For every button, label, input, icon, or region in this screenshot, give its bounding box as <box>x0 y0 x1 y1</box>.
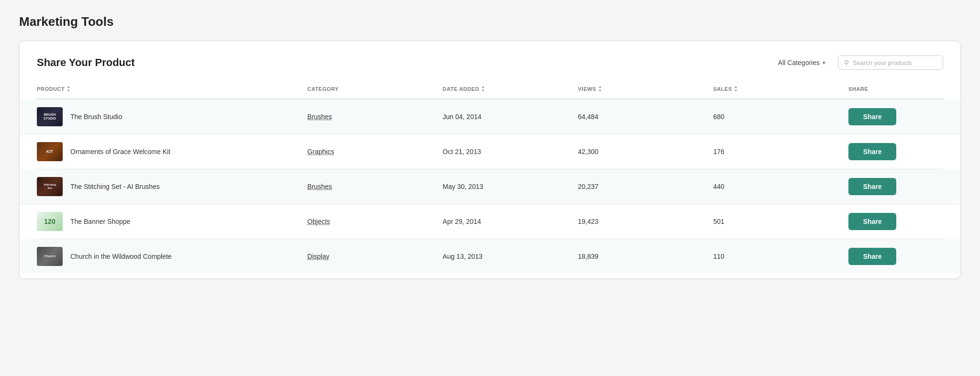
table-row: 120 The Banner Shoppe Objects Apr 29, 20… <box>37 204 943 239</box>
product-views: 20,237 <box>578 183 713 190</box>
share-cell: Share <box>848 143 943 160</box>
table-row: StitchingSet The Stitching Set - AI Brus… <box>20 169 960 204</box>
product-date-added: Apr 29, 2014 <box>443 218 578 225</box>
product-date-added: Oct 21, 2013 <box>443 148 578 155</box>
product-name: Church in the Wildwood Complete <box>70 253 172 260</box>
product-category: Objects <box>307 218 443 225</box>
product-name: Ornaments of Grace Welcome Kit <box>70 148 170 155</box>
product-cell: BRUSHSTUDIO The Brush Studio <box>37 107 307 126</box>
sort-arrows-date: ▲▼ <box>481 85 485 93</box>
share-button[interactable]: Share <box>848 248 896 265</box>
category-label: All Categories <box>778 59 820 66</box>
search-icon: ⚲ <box>844 59 849 66</box>
table-body: BRUSHSTUDIO The Brush Studio Brushes Jun… <box>37 100 943 274</box>
product-category: Graphics <box>307 148 443 155</box>
table-row: BRUSHSTUDIO The Brush Studio Brushes Jun… <box>20 100 960 134</box>
product-category: Brushes <box>307 113 443 121</box>
product-sales: 501 <box>713 218 848 225</box>
product-date-added: Jun 04, 2014 <box>443 113 578 121</box>
product-thumbnail: 120 <box>37 212 63 231</box>
card-header: Share Your Product All Categories ▾ ⚲ <box>37 55 943 70</box>
table-row: Church Church in the Wildwood Complete D… <box>20 239 960 274</box>
product-views: 18,839 <box>578 253 713 260</box>
search-input[interactable] <box>853 59 937 66</box>
sort-arrows-views: ▲▼ <box>598 85 602 93</box>
product-name: The Brush Studio <box>70 113 122 121</box>
product-cell: StitchingSet The Stitching Set - AI Brus… <box>37 177 307 196</box>
col-header-date[interactable]: DATE ADDED ▲▼ <box>443 85 578 93</box>
product-thumbnail: KIT <box>37 142 63 161</box>
product-date-added: Aug 13, 2013 <box>443 253 578 260</box>
share-cell: Share <box>848 178 943 195</box>
product-cell: KIT Ornaments of Grace Welcome Kit <box>37 142 307 161</box>
product-cell: 120 The Banner Shoppe <box>37 212 307 231</box>
product-date-added: May 30, 2013 <box>443 183 578 190</box>
product-category: Brushes <box>307 183 443 190</box>
product-category: Display <box>307 253 443 260</box>
table-row: KIT Ornaments of Grace Welcome Kit Graph… <box>37 134 943 169</box>
share-button[interactable]: Share <box>848 143 896 160</box>
product-name: The Stitching Set - AI Brushes <box>70 183 160 190</box>
page-title: Marketing Tools <box>19 14 961 29</box>
col-header-product[interactable]: PRODUCT ▲▼ <box>37 85 307 93</box>
share-cell: Share <box>848 248 943 265</box>
sort-arrows-product: ▲▼ <box>67 85 70 93</box>
share-cell: Share <box>848 108 943 125</box>
chevron-down-icon: ▾ <box>823 60 825 66</box>
product-thumbnail: Church <box>37 247 63 266</box>
product-sales: 176 <box>713 148 848 155</box>
share-button[interactable]: Share <box>848 108 896 125</box>
product-sales: 680 <box>713 113 848 121</box>
product-views: 64,484 <box>578 113 713 121</box>
product-thumbnail: StitchingSet <box>37 177 63 196</box>
search-box: ⚲ <box>838 55 943 70</box>
product-views: 19,423 <box>578 218 713 225</box>
col-header-views[interactable]: VIEWS ▲▼ <box>578 85 713 93</box>
product-views: 42,300 <box>578 148 713 155</box>
header-controls: All Categories ▾ ⚲ <box>773 55 943 70</box>
product-name: The Banner Shoppe <box>70 218 130 225</box>
table-header: PRODUCT ▲▼ CATEGORY DATE ADDED ▲▼ VIEWS … <box>37 81 943 100</box>
product-cell: Church Church in the Wildwood Complete <box>37 247 307 266</box>
col-header-sales[interactable]: SALES ▲▼ <box>713 85 848 93</box>
product-sales: 110 <box>713 253 848 260</box>
product-thumbnail: BRUSHSTUDIO <box>37 107 63 126</box>
share-button[interactable]: Share <box>848 178 896 195</box>
product-sales: 440 <box>713 183 848 190</box>
card-title: Share Your Product <box>37 56 135 69</box>
sort-arrows-sales: ▲▼ <box>734 85 738 93</box>
category-dropdown[interactable]: All Categories ▾ <box>773 56 830 69</box>
col-header-share: SHARE <box>848 86 943 92</box>
col-header-category: CATEGORY <box>307 86 443 92</box>
share-button[interactable]: Share <box>848 213 896 230</box>
main-card: Share Your Product All Categories ▾ ⚲ PR… <box>19 41 961 279</box>
share-cell: Share <box>848 213 943 230</box>
